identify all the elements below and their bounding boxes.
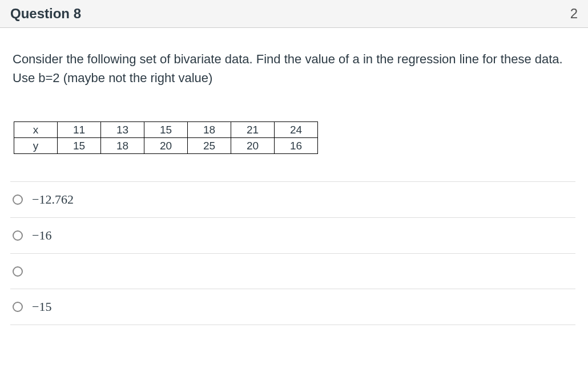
- option-radio-a[interactable]: [13, 194, 23, 205]
- table-cell: 20: [231, 138, 275, 154]
- table-cell-label: x: [14, 122, 58, 138]
- question-points: 2: [570, 6, 578, 22]
- option-radio-b[interactable]: [13, 230, 23, 241]
- table-cell: 25: [188, 138, 231, 154]
- question-prompt: Consider the following set of bivariate …: [13, 50, 575, 87]
- table-cell: 20: [144, 138, 188, 154]
- table-cell: 11: [58, 122, 101, 138]
- options-list: −12.762 −16 −15: [10, 181, 575, 325]
- table-cell: 24: [275, 122, 318, 138]
- table-row: y 15 18 20 25 20 16: [14, 138, 318, 154]
- option-radio-d[interactable]: [13, 302, 23, 312]
- option-row[interactable]: [10, 254, 575, 289]
- question-title: Question 8: [10, 6, 81, 22]
- table-cell: 18: [101, 138, 144, 154]
- option-row[interactable]: −15: [10, 289, 575, 325]
- table-row: x 11 13 15 18 21 24: [14, 122, 318, 138]
- table-cell: 13: [101, 122, 144, 138]
- option-row[interactable]: −12.762: [10, 181, 575, 218]
- table-cell: 15: [58, 138, 101, 154]
- option-label: −16: [32, 228, 51, 243]
- table-cell: 21: [231, 122, 275, 138]
- table-cell: 18: [188, 122, 231, 138]
- option-label: −12.762: [32, 192, 74, 207]
- table-cell-label: y: [14, 138, 58, 154]
- table-cell: 15: [144, 122, 188, 138]
- question-body: Consider the following set of bivariate …: [0, 28, 588, 325]
- question-header: Question 8 2: [0, 0, 588, 28]
- data-table: x 11 13 15 18 21 24 y 15 18 20 25 20 16: [14, 121, 318, 154]
- option-label: −15: [32, 299, 51, 314]
- option-radio-c[interactable]: [13, 266, 23, 277]
- table-cell: 16: [275, 138, 318, 154]
- option-row[interactable]: −16: [10, 218, 575, 254]
